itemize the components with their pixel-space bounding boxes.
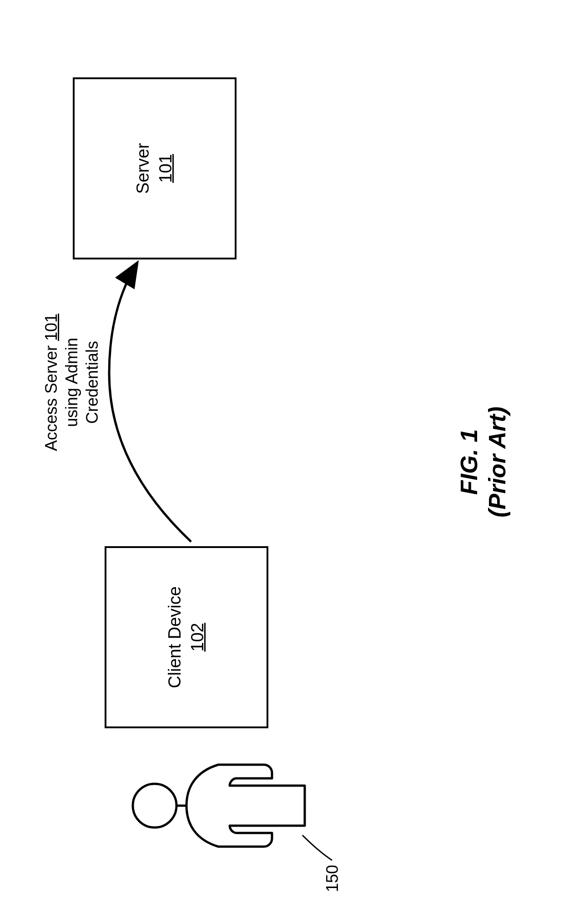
arrow-label-line2: using Admin	[61, 305, 82, 460]
svg-point-0	[133, 784, 176, 828]
client-device-box: Client Device 102	[105, 546, 268, 728]
arrow-label: Access Server 101 using Admin Credential…	[41, 305, 102, 460]
server-label: Server	[133, 143, 154, 194]
figure-caption: FIG. 1 (Prior Art)	[455, 406, 512, 518]
server-ref: 101	[156, 154, 176, 183]
diagram-canvas: 150 Client Device 102 Server 101 Access …	[0, 0, 564, 924]
figure-caption-line2: (Prior Art)	[483, 406, 511, 518]
person-ref-label: 150	[323, 865, 342, 892]
flow-arrow	[105, 255, 196, 546]
server-box: Server 101	[73, 77, 237, 259]
person-icon	[127, 746, 309, 865]
client-device-label: Client Device	[165, 586, 186, 688]
client-device-ref: 102	[187, 623, 208, 651]
arrow-label-line1-pre: Access Server	[42, 341, 60, 451]
arrow-label-line1-ref: 101	[42, 314, 60, 341]
leader-line	[300, 828, 337, 865]
figure-caption-line1: FIG. 1	[455, 406, 483, 518]
arrow-label-line3: Credentials	[82, 305, 102, 460]
